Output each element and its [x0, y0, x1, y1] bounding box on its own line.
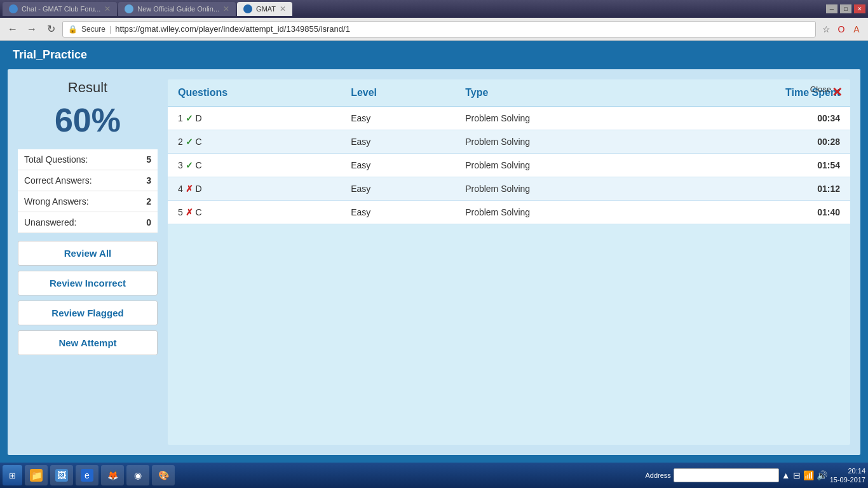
- tab-chat-label: Chat - GMAT Club Foru...: [22, 5, 100, 13]
- stat-row-wrong: Wrong Answers: 2: [18, 191, 158, 212]
- stat-total-value: 5: [132, 149, 158, 170]
- tab-chat[interactable]: Chat - GMAT Club Foru... ✕: [3, 2, 117, 16]
- tab-gmat-favicon: [243, 4, 252, 13]
- bookmark-star-icon[interactable]: ☆: [820, 23, 832, 36]
- q-level-cell: Easy: [341, 130, 455, 154]
- minimize-button[interactable]: ─: [826, 4, 837, 13]
- secure-label: Secure: [81, 25, 105, 34]
- q-answer: D: [193, 184, 202, 194]
- review-all-button[interactable]: Review All: [18, 241, 158, 266]
- q-type-cell: Problem Solving: [455, 107, 665, 130]
- q-number: 1: [178, 113, 186, 123]
- volume-icon[interactable]: 🔊: [817, 470, 827, 480]
- address-bar[interactable]: 🔒 Secure | https://gmat.wiley.com/player…: [62, 21, 816, 37]
- network-icon[interactable]: ⊟: [793, 470, 801, 480]
- result-section: Result 60%: [18, 79, 158, 139]
- q-level-cell: Easy: [341, 201, 455, 224]
- q-time-cell: 01:12: [665, 177, 850, 201]
- chevron-up-icon[interactable]: ▲: [782, 470, 790, 480]
- left-panel: Result 60% Total Questions: 5 Correct An…: [18, 79, 158, 445]
- q-type-cell: Problem Solving: [455, 177, 665, 201]
- maximize-button[interactable]: □: [840, 4, 851, 13]
- address-arrow-icon[interactable]: ▶: [770, 471, 775, 480]
- signal-icon[interactable]: 📶: [803, 470, 814, 480]
- q-number: 2: [178, 137, 186, 147]
- browser-title-bar: Chat - GMAT Club Foru... ✕ New Official …: [0, 0, 868, 18]
- right-panel: Close ✕ Questions Level Type Time Spent …: [168, 79, 850, 445]
- table-row[interactable]: 5 ✗ C Easy Problem Solving 01:40: [168, 201, 850, 224]
- q-level-cell: Easy: [341, 107, 455, 130]
- taskbar-chrome[interactable]: ◉: [126, 465, 149, 485]
- stat-row-total: Total Questions: 5: [18, 149, 158, 170]
- table-row[interactable]: 2 ✓ C Easy Problem Solving 00:28: [168, 130, 850, 154]
- browser-toolbar: ← → ↻ 🔒 Secure | https://gmat.wiley.com/…: [0, 18, 868, 41]
- taskbar-paint[interactable]: 🎨: [152, 465, 175, 485]
- close-window-button[interactable]: ✕: [854, 4, 865, 13]
- tab-gmat[interactable]: GMAT ✕: [237, 2, 292, 16]
- questions-table: Questions Level Type Time Spent 1 ✓ D Ea…: [168, 79, 850, 224]
- start-button[interactable]: ⊞: [3, 465, 22, 485]
- taskbar-firefox[interactable]: 🦊: [101, 465, 124, 485]
- taskbar-photos[interactable]: 🖼: [50, 465, 73, 485]
- q-number: 4: [178, 184, 186, 194]
- new-attempt-button[interactable]: New Attempt: [18, 330, 158, 355]
- q-number-cell: 1 ✓ D: [168, 107, 341, 130]
- tab-gmat-label: GMAT: [256, 5, 276, 13]
- secure-icon: 🔒: [68, 25, 78, 34]
- tab-gmat-close[interactable]: ✕: [280, 4, 286, 13]
- q-number-cell: 5 ✗ C: [168, 201, 341, 224]
- stat-wrong-label: Wrong Answers:: [18, 191, 132, 212]
- tab-og[interactable]: New Official Guide Onlin... ✕: [118, 2, 236, 16]
- q-level-cell: Easy: [341, 177, 455, 201]
- q-answer: C: [193, 207, 202, 217]
- stat-unanswered-value: 0: [132, 212, 158, 233]
- taskbar: ⊞ 📁 🖼 e 🦊 ◉ 🎨 Address ▶ ▲ ⊟ 📶 🔊 20:14 15…: [0, 463, 868, 488]
- q-answer: D: [193, 113, 202, 123]
- close-icon[interactable]: ✕: [832, 85, 843, 100]
- opera-icon[interactable]: O: [835, 23, 848, 36]
- paint-icon: 🎨: [157, 469, 170, 482]
- table-header-row: Questions Level Type Time Spent: [168, 79, 850, 107]
- page-title: Trial_Practice: [13, 48, 87, 61]
- tab-og-close[interactable]: ✕: [223, 4, 229, 13]
- q-time-cell: 00:28: [665, 130, 850, 154]
- col-level: Level: [341, 79, 455, 107]
- q-number: 3: [178, 160, 186, 170]
- table-row[interactable]: 1 ✓ D Easy Problem Solving 00:34: [168, 107, 850, 130]
- table-row[interactable]: 4 ✗ D Easy Problem Solving 01:12: [168, 177, 850, 201]
- review-incorrect-button[interactable]: Review Incorrect: [18, 271, 158, 295]
- stat-unanswered-label: Unanswered:: [18, 212, 132, 233]
- tab-og-label: New Official Guide Onlin...: [137, 5, 219, 13]
- review-flagged-button[interactable]: Review Flagged: [18, 301, 158, 325]
- incorrect-icon: ✗: [186, 184, 193, 194]
- q-time-cell: 00:34: [665, 107, 850, 130]
- stat-correct-value: 3: [132, 170, 158, 191]
- tab-chat-favicon: [9, 4, 18, 13]
- refresh-button[interactable]: ↻: [43, 22, 58, 37]
- content-area: Result 60% Total Questions: 5 Correct An…: [8, 69, 860, 455]
- q-answer: C: [193, 137, 202, 147]
- address-input[interactable]: ▶: [674, 468, 779, 482]
- q-answer: C: [193, 160, 202, 170]
- toolbar-icons: ☆ O A: [820, 23, 863, 36]
- taskbar-clock: 20:14 15-09-2017: [830, 466, 865, 485]
- forward-button[interactable]: →: [24, 22, 39, 37]
- taskbar-file-manager[interactable]: 📁: [25, 465, 48, 485]
- tab-og-favicon: [125, 4, 133, 13]
- back-button[interactable]: ←: [5, 22, 20, 37]
- q-level-cell: Easy: [341, 154, 455, 177]
- tab-chat-close[interactable]: ✕: [104, 4, 111, 13]
- action-buttons: Review All Review Incorrect Review Flagg…: [18, 241, 158, 355]
- photos-icon: 🖼: [55, 469, 68, 482]
- stat-wrong-value: 2: [132, 191, 158, 212]
- col-type: Type: [455, 79, 665, 107]
- table-row[interactable]: 3 ✓ C Easy Problem Solving 01:54: [168, 154, 850, 177]
- q-number-cell: 3 ✓ C: [168, 154, 341, 177]
- taskbar-ie[interactable]: e: [76, 465, 98, 485]
- q-time-cell: 01:54: [665, 154, 850, 177]
- window-controls: ─ □ ✕: [826, 4, 865, 13]
- acrobat-icon[interactable]: A: [850, 23, 863, 36]
- address-input-field[interactable]: [678, 471, 767, 479]
- stat-total-label: Total Questions:: [18, 149, 132, 170]
- q-type-cell: Problem Solving: [455, 201, 665, 224]
